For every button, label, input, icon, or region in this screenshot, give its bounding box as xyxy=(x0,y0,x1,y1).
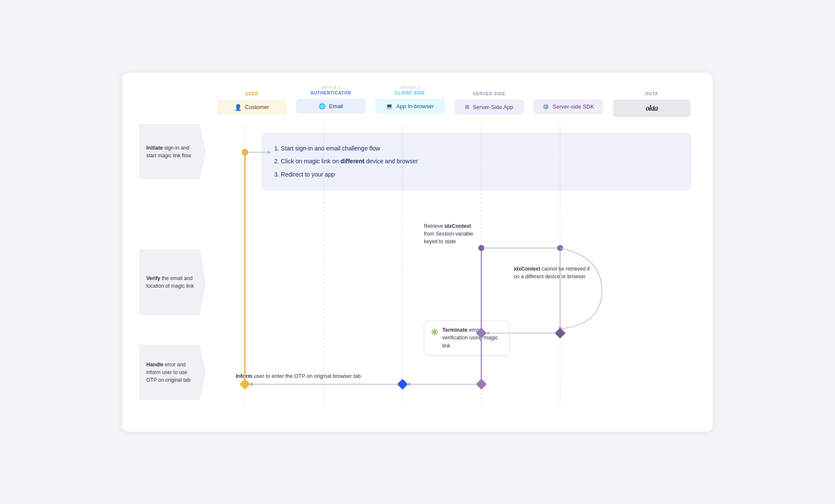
svg-rect-20 xyxy=(240,379,250,389)
lane-label-okta: OKTA xyxy=(645,91,658,96)
flow-svg xyxy=(206,124,696,406)
lane-sublabel-auth: DEVICE 1 xyxy=(321,85,341,90)
server-icon: ⊞ xyxy=(465,104,469,110)
diagram-container: USER 👤 Customer DEVICE 1 AUTHENTICATOR 🌐… xyxy=(122,73,713,432)
email-icon: 🌐 xyxy=(319,103,326,109)
lane-card-auth: 🌐 Email xyxy=(296,99,366,114)
okta-logo: okta xyxy=(645,104,657,113)
svg-rect-19 xyxy=(555,327,566,338)
svg-marker-24 xyxy=(407,382,410,386)
client-icon: 💻 xyxy=(386,103,393,109)
svg-rect-21 xyxy=(397,379,408,389)
step-handle: Handle error and inform user to use OTP … xyxy=(139,345,206,400)
lane-card-user: 👤 Customer xyxy=(217,100,287,115)
lane-sublabel-client: DEVICE 2 xyxy=(400,85,420,90)
svg-point-14 xyxy=(557,245,563,251)
svg-marker-26 xyxy=(249,382,253,386)
lane-card-server: ⊞ Server-Side App xyxy=(454,100,524,115)
lane-label-auth: AUTHENTICATOR xyxy=(311,91,352,95)
lane-label-server: SERVER SIDE xyxy=(473,91,506,96)
lane-label-user: USER xyxy=(245,91,258,96)
svg-marker-8 xyxy=(267,150,271,154)
user-icon: 👤 xyxy=(234,104,242,111)
step-initiate: Initiate sign-in and start magic link fl… xyxy=(139,124,206,180)
lane-card-client: 💻 App In-browser xyxy=(375,99,445,114)
svg-marker-18 xyxy=(486,331,489,335)
lane-card-okta: okta xyxy=(613,100,690,117)
svg-rect-22 xyxy=(476,379,487,389)
lane-label-client: CLIENT-SIDE xyxy=(395,91,425,95)
lane-card-sdk: ⚙️ Server-side SDK xyxy=(533,99,603,114)
sdk-icon: ⚙️ xyxy=(542,103,549,110)
step-verify: Verify the email and location of magic l… xyxy=(139,249,206,315)
